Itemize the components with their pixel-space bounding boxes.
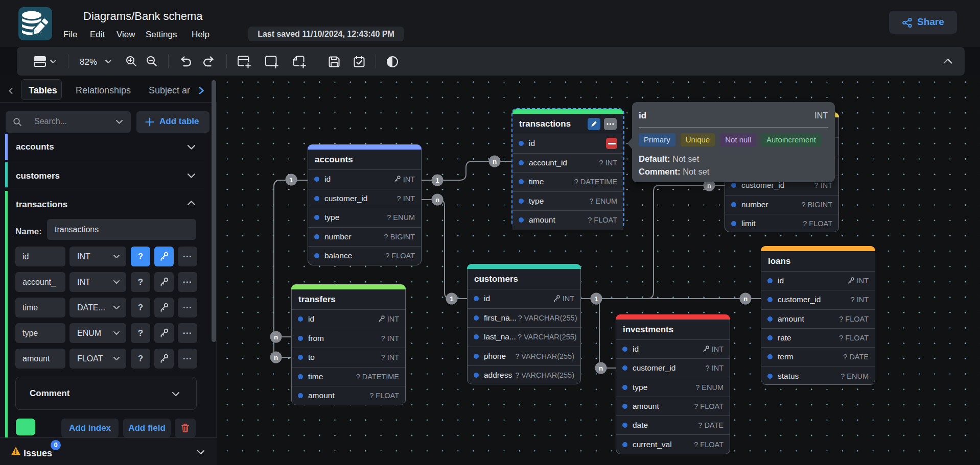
svg-text:n: n	[274, 333, 278, 341]
svg-text:1: 1	[594, 295, 598, 303]
svg-text:n: n	[743, 295, 748, 303]
svg-text:n: n	[707, 182, 711, 189]
svg-text:1: 1	[435, 177, 439, 184]
svg-text:n: n	[493, 158, 497, 165]
svg-text:n: n	[274, 354, 278, 361]
svg-text:n: n	[599, 364, 603, 372]
svg-text:1: 1	[289, 176, 293, 184]
svg-text:n: n	[435, 196, 439, 204]
svg-text:1: 1	[450, 295, 454, 303]
